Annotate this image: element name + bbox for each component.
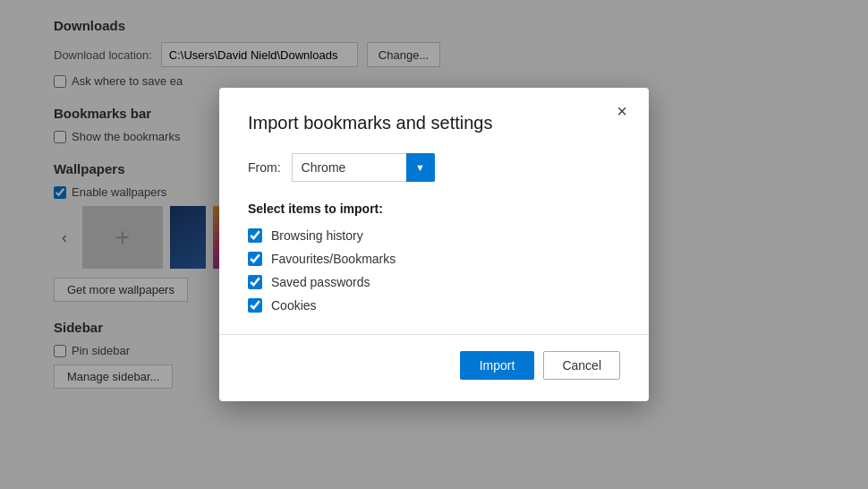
from-select[interactable]: Chrome Firefox Internet Explorer Bookmar… <box>292 153 435 182</box>
favourites-label: Favourites/Bookmarks <box>271 252 396 266</box>
import-item-browsing-history[interactable]: Browsing history <box>248 228 620 243</box>
dialog-title: Import bookmarks and settings <box>248 113 620 133</box>
from-select-wrapper: Chrome Firefox Internet Explorer Bookmar… <box>292 153 435 182</box>
from-row: From: Chrome Firefox Internet Explorer B… <box>248 153 620 182</box>
browsing-history-checkbox[interactable] <box>248 228 262 243</box>
dialog-divider <box>219 334 649 335</box>
import-item-passwords[interactable]: Saved passwords <box>248 275 620 289</box>
favourites-checkbox[interactable] <box>248 252 262 266</box>
dialog-footer: Import Cancel <box>248 351 620 380</box>
saved-passwords-label: Saved passwords <box>271 275 370 289</box>
browsing-history-label: Browsing history <box>271 228 363 243</box>
saved-passwords-checkbox[interactable] <box>248 275 262 289</box>
import-items-list: Browsing history Favourites/Bookmarks Sa… <box>248 228 620 313</box>
select-items-label: Select items to import: <box>248 202 620 216</box>
import-button[interactable]: Import <box>460 351 535 380</box>
import-item-cookies[interactable]: Cookies <box>248 298 620 313</box>
from-label: From: <box>248 160 281 175</box>
import-dialog: × Import bookmarks and settings From: Ch… <box>219 88 649 401</box>
cookies-label: Cookies <box>271 298 317 313</box>
modal-overlay: × Import bookmarks and settings From: Ch… <box>0 0 868 489</box>
import-item-favourites[interactable]: Favourites/Bookmarks <box>248 252 620 266</box>
cancel-button[interactable]: Cancel <box>543 351 620 380</box>
close-button[interactable]: × <box>611 100 633 122</box>
cookies-checkbox[interactable] <box>248 298 262 313</box>
